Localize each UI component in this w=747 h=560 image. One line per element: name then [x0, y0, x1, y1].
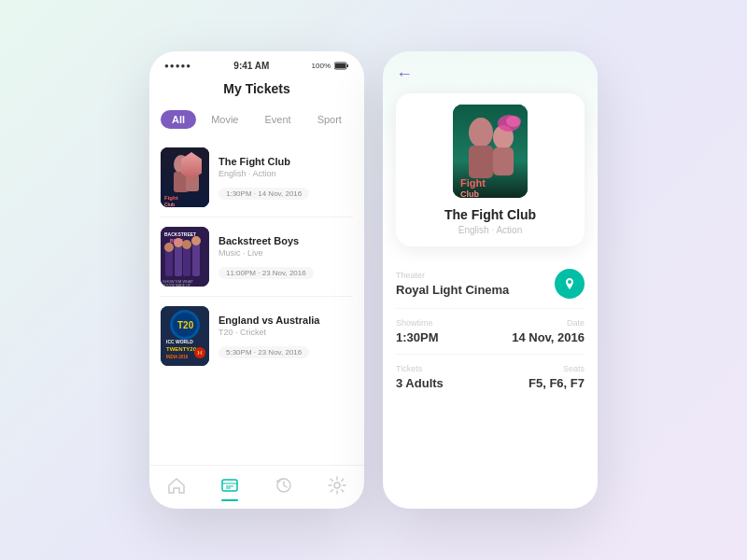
- svg-point-19: [182, 240, 191, 249]
- right-phone: ←: [383, 51, 598, 509]
- filter-tabs: All Movie Event Sport: [149, 106, 364, 138]
- seats-col: Seats F5, F6, F7: [529, 364, 585, 390]
- svg-text:Club: Club: [460, 189, 479, 198]
- svg-point-17: [164, 243, 174, 252]
- theater-row: Theater Royal Light Cinema: [396, 259, 585, 309]
- ticket-info-backstreet: Backstreet Boys Music · Live 11:00PM · 2…: [218, 235, 353, 279]
- left-phone: ●●●●● 9:41 AM 100% My Tickets All Movie …: [149, 51, 364, 509]
- detail-movie-subtitle: English · Action: [458, 225, 522, 235]
- seats-label: Seats: [563, 364, 585, 373]
- date-value: 14 Nov, 2016: [512, 330, 585, 344]
- nav-settings[interactable]: [327, 475, 347, 496]
- tickets-seats-row: Tickets 3 Adults Seats F5, F6, F7: [396, 355, 585, 399]
- settings-icon: [328, 476, 346, 495]
- ticket-item-fight-club[interactable]: Fight Club The Fight Club English · Acti…: [161, 138, 353, 217]
- showtime-value: 1:30PM: [396, 330, 439, 344]
- tickets-col: Tickets 3 Adults: [396, 364, 444, 390]
- filter-event[interactable]: Event: [253, 110, 302, 129]
- svg-text:INDIA 2016: INDIA 2016: [166, 355, 189, 359]
- ticket-time-cricket: 5:30PM · 23 Nov, 2016: [218, 346, 309, 358]
- svg-rect-45: [493, 147, 514, 175]
- detail-card: Fight Club The Fight Club English · Acti…: [396, 93, 585, 246]
- svg-text:Fight: Fight: [460, 177, 486, 189]
- status-bar: ●●●●● 9:41 AM 100%: [149, 51, 364, 77]
- svg-text:BOYS: BOYS: [170, 238, 184, 244]
- svg-rect-2: [335, 63, 345, 68]
- svg-text:ICC WORLD: ICC WORLD: [166, 339, 193, 344]
- ticket-title-cricket: England vs Australia: [218, 315, 353, 326]
- ticket-list: Fight Club The Fight Club English · Acti…: [149, 138, 364, 465]
- tickets-value: 3 Adults: [396, 376, 444, 390]
- detail-info: Theater Royal Light Cinema Showtime 1:30…: [396, 259, 585, 399]
- location-icon: [562, 276, 577, 291]
- ticket-thumb-backstreet: BACKSTREET BOYS SHOW 'EM WHAT YOU'RE MAD…: [161, 227, 209, 287]
- svg-text:Club: Club: [164, 202, 175, 207]
- showtime-date-row: Showtime 1:30PM Date 14 Nov, 2016: [396, 309, 585, 355]
- seats-value: F5, F6, F7: [529, 376, 585, 390]
- home-icon: [167, 476, 186, 495]
- ticket-item-backstreet[interactable]: BACKSTREET BOYS SHOW 'EM WHAT YOU'RE MAD…: [161, 217, 353, 297]
- svg-rect-43: [469, 146, 493, 178]
- detail-poster: Fight Club: [453, 105, 528, 198]
- svg-point-42: [469, 118, 493, 147]
- ticket-subtitle-backstreet: Music · Live: [218, 248, 353, 258]
- back-button[interactable]: ←: [396, 64, 418, 84]
- screen-header: My Tickets: [149, 77, 364, 106]
- bottom-nav: [149, 465, 364, 509]
- svg-point-7: [186, 161, 199, 175]
- battery-label: 100%: [312, 62, 331, 70]
- svg-point-5: [174, 155, 189, 174]
- location-icon-wrap[interactable]: [555, 269, 585, 299]
- date-label: Date: [567, 318, 585, 328]
- date-col: Date 14 Nov, 2016: [512, 318, 585, 344]
- ticket-title-fight-club: The Fight Club: [218, 156, 353, 167]
- filter-sport[interactable]: Sport: [306, 110, 353, 129]
- svg-point-32: [194, 347, 205, 358]
- svg-rect-13: [165, 250, 173, 276]
- svg-rect-15: [183, 247, 190, 276]
- detail-poster-art: Fight Club: [453, 105, 528, 198]
- ticket-subtitle-cricket: T20 · Cricket: [218, 328, 353, 337]
- ticket-time-backstreet: 11:00PM · 23 Nov, 2016: [218, 267, 314, 279]
- svg-point-47: [506, 116, 521, 127]
- svg-rect-1: [347, 64, 349, 67]
- fight-club-poster: Fight Club: [161, 147, 209, 207]
- svg-text:YOU'RE MADE OF: YOU'RE MADE OF: [162, 284, 190, 287]
- theater-value: Royal Light Cinema: [396, 283, 509, 297]
- svg-text:BACKSTREET: BACKSTREET: [164, 231, 196, 237]
- ticket-thumb-fight-club: Fight Club: [161, 147, 209, 207]
- nav-tickets[interactable]: [219, 475, 240, 496]
- theater-info: Theater Royal Light Cinema: [396, 271, 509, 297]
- ticket-info-fight-club: The Fight Club English · Action 1:30PM ·…: [218, 156, 353, 200]
- cricket-poster: T20 ICC WORLD TWENTY20 INDIA 2016: [161, 306, 209, 366]
- tickets-label: Tickets: [396, 364, 444, 373]
- ticket-item-cricket[interactable]: T20 ICC WORLD TWENTY20 INDIA 2016 Englan…: [161, 297, 353, 375]
- screen-title: My Tickets: [223, 81, 289, 96]
- svg-point-50: [568, 280, 571, 284]
- svg-point-9: [189, 157, 200, 166]
- svg-rect-14: [175, 245, 182, 276]
- filter-all[interactable]: All: [161, 110, 196, 129]
- signal-dots: ●●●●●: [164, 62, 191, 70]
- detail-movie-title: The Fight Club: [444, 207, 536, 222]
- svg-text:T20: T20: [177, 320, 194, 330]
- svg-rect-33: [222, 480, 237, 491]
- status-time: 9:41 AM: [233, 61, 269, 71]
- status-right: 100%: [312, 62, 349, 70]
- ticket-info-cricket: England vs Australia T20 · Cricket 5:30P…: [218, 315, 353, 358]
- showtime-col: Showtime 1:30PM: [396, 318, 439, 344]
- svg-text:TWENTY20: TWENTY20: [166, 346, 197, 352]
- ticket-time-fight-club: 1:30PM · 14 Nov, 2016: [218, 188, 309, 200]
- ticket-title-backstreet: Backstreet Boys: [218, 235, 353, 246]
- ticket-subtitle-fight-club: English · Action: [218, 169, 353, 178]
- svg-point-39: [334, 483, 340, 488]
- tickets-icon: [220, 476, 239, 495]
- backstreet-poster: BACKSTREET BOYS SHOW 'EM WHAT YOU'RE MAD…: [161, 227, 209, 287]
- battery-icon: [334, 62, 349, 70]
- history-icon: [275, 476, 293, 495]
- filter-movie[interactable]: Movie: [200, 110, 249, 129]
- nav-history[interactable]: [274, 475, 294, 496]
- svg-rect-16: [192, 244, 200, 276]
- showtime-label: Showtime: [396, 318, 439, 328]
- nav-home[interactable]: [166, 475, 187, 496]
